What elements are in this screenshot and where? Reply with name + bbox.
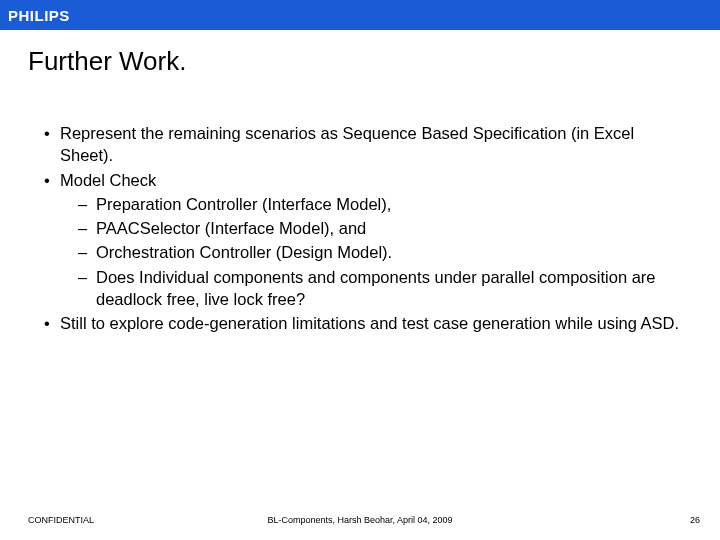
sub-bullet-text: Preparation Controller (Interface Model)… [96, 195, 391, 213]
footer-confidential: CONFIDENTIAL [28, 515, 94, 525]
footer-meta: BL-Components, Harsh Beohar, April 04, 2… [267, 515, 452, 525]
list-item: Does Individual components and component… [60, 266, 690, 311]
bullet-text: Still to explore code-generation limitat… [60, 314, 679, 332]
sub-bullet-text: Orchestration Controller (Design Model). [96, 243, 392, 261]
list-item: Represent the remaining scenarios as Seq… [42, 122, 690, 167]
list-item: Model Check Preparation Controller (Inte… [42, 169, 690, 311]
list-item: Preparation Controller (Interface Model)… [60, 193, 690, 215]
slide-body: Represent the remaining scenarios as Seq… [0, 77, 720, 334]
brand-logo: PHILIPS [8, 7, 70, 24]
sub-list: Preparation Controller (Interface Model)… [60, 193, 690, 310]
footer-page-number: 26 [690, 515, 700, 525]
bullet-list: Represent the remaining scenarios as Seq… [42, 122, 690, 334]
sub-bullet-text: Does Individual components and component… [96, 268, 656, 308]
list-item: PAACSelector (Interface Model), and [60, 217, 690, 239]
bullet-text: Represent the remaining scenarios as Seq… [60, 124, 634, 164]
list-item: Orchestration Controller (Design Model). [60, 241, 690, 263]
brand-header: PHILIPS [0, 0, 720, 30]
sub-bullet-text: PAACSelector (Interface Model), and [96, 219, 366, 237]
slide-title: Further Work. [0, 30, 720, 77]
bullet-text: Model Check [60, 171, 156, 189]
list-item: Still to explore code-generation limitat… [42, 312, 690, 334]
